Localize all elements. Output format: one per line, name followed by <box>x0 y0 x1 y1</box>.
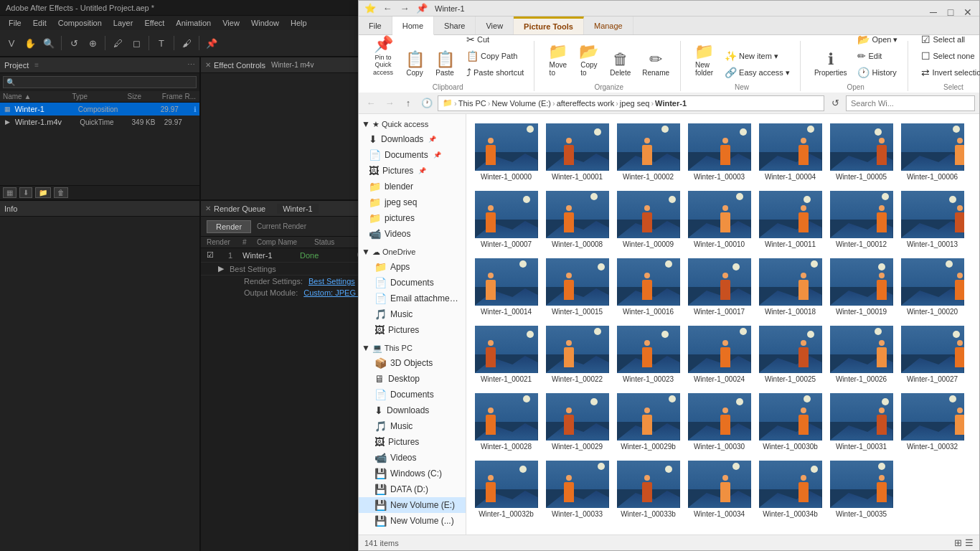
fe-search-input[interactable] <box>846 95 975 111</box>
tool-anchor[interactable]: ⊕ <box>84 34 101 52</box>
tool-text[interactable]: T <box>153 34 170 52</box>
file-thumb-38[interactable]: Winter-1_00034 <box>685 457 753 522</box>
file-thumb-16[interactable]: Winter-1_00016 <box>614 255 682 319</box>
addr-this-pc[interactable]: This PC <box>458 99 486 108</box>
file-thumb-26[interactable]: Winter-1_00026 <box>827 322 895 387</box>
menu-animation[interactable]: Animation <box>170 19 217 27</box>
file-thumb-23[interactable]: Winter-1_00023 <box>614 322 682 387</box>
sidebar-item-pics-pc[interactable]: 🖼 Pictures <box>359 434 466 450</box>
project-import[interactable]: ⬇ <box>19 187 32 198</box>
menu-help[interactable]: Help <box>285 19 313 27</box>
menu-layer[interactable]: Layer <box>108 19 139 27</box>
sidebar-item-music-od[interactable]: 🎵 Music <box>359 306 466 322</box>
sidebar-item-3d[interactable]: 📦 3D Objects <box>359 355 466 371</box>
sidebar-quickaccess-expand[interactable]: ▼ ★ Quick access <box>359 117 466 131</box>
sidebar-item-pictures2[interactable]: 📁 pictures <box>359 210 466 226</box>
btn-pin-to-quick[interactable]: 📌 Pin to Quickaccess <box>367 32 399 80</box>
address-bar[interactable]: 📁 › This PC › New Volume (E:) › aftereff… <box>438 95 824 111</box>
rq-comp-tab[interactable]: Winter-1 <box>277 204 319 214</box>
sidebar-item-downloads-pc[interactable]: ⬇ Downloads <box>359 402 466 418</box>
view-icons-btn[interactable]: ⊞ <box>954 537 962 548</box>
btn-move-to[interactable]: 📁 Moveto <box>543 39 573 80</box>
menu-composition[interactable]: Composition <box>52 19 108 27</box>
btn-paste[interactable]: 📋 Paste <box>430 47 459 80</box>
project-item-winter1[interactable]: ▦ Winter-1 Composition 29.97 ℹ <box>0 103 199 116</box>
file-thumb-3[interactable]: Winter-1_00003 <box>685 120 753 184</box>
sidebar-item-e-drive[interactable]: 💾 New Volume (E:) <box>359 497 466 513</box>
sidebar-item-docs-pc[interactable]: 📄 Documents <box>359 387 466 402</box>
file-thumb-15[interactable]: Winter-1_00015 <box>543 255 611 319</box>
file-thumb-39[interactable]: Winter-1_00034b <box>756 457 824 522</box>
qa-back-btn[interactable]: ← <box>380 1 395 16</box>
btn-copy-to[interactable]: 📂 Copyto <box>574 39 603 80</box>
file-thumb-13[interactable]: Winter-1_00013 <box>898 187 966 252</box>
btn-copy-path[interactable]: 📋 Copy Path <box>462 48 528 64</box>
sidebar-item-downloads-qa[interactable]: ⬇ Downloads 📌 <box>359 131 466 147</box>
sidebar-item-videos-qa[interactable]: 📹 Videos <box>359 226 466 242</box>
menu-window[interactable]: Window <box>245 19 285 27</box>
btn-cut[interactable]: ✂ Cut <box>462 32 528 47</box>
menu-file[interactable]: File <box>3 19 27 27</box>
file-thumb-14[interactable]: Winter-1_00014 <box>472 255 540 319</box>
file-thumb-24[interactable]: Winter-1_00024 <box>685 322 753 387</box>
file-thumb-36[interactable]: Winter-1_00033 <box>543 457 611 522</box>
nav-back-btn[interactable]: ← <box>363 95 379 111</box>
menu-view[interactable]: View <box>217 19 245 27</box>
sidebar-onedrive-expand[interactable]: ▼ ☁ OneDrive <box>359 245 466 259</box>
btn-paste-shortcut[interactable]: ⤴ Paste shortcut <box>462 65 528 80</box>
file-thumb-33[interactable]: Winter-1_00031 <box>827 390 895 454</box>
render-settings-label[interactable]: Best Settings <box>230 265 276 273</box>
tool-zoom[interactable]: 🔍 <box>40 34 57 52</box>
render-all-btn[interactable]: Render <box>207 220 251 233</box>
tool-select[interactable]: V <box>3 34 20 52</box>
file-thumb-17[interactable]: Winter-1_00017 <box>685 255 753 319</box>
btn-new-item[interactable]: ✨ New item ▾ <box>720 48 794 64</box>
sidebar-item-apps[interactable]: 📁 Apps <box>359 259 466 275</box>
btn-edit[interactable]: ✏ Edit <box>853 48 902 64</box>
file-thumb-1[interactable]: Winter-1_00001 <box>543 120 611 184</box>
tab-manage[interactable]: Manage <box>584 17 633 34</box>
tool-pen[interactable]: 🖊 <box>109 34 126 52</box>
qa-forward-btn[interactable]: → <box>397 1 412 16</box>
file-thumb-37[interactable]: Winter-1_00033b <box>614 457 682 522</box>
sidebar-item-email[interactable]: 📄 Email attachments <box>359 291 466 306</box>
menu-edit[interactable]: Edit <box>27 19 52 27</box>
file-thumb-28[interactable]: Winter-1_00028 <box>472 390 540 454</box>
sidebar-item-music-pc[interactable]: 🎵 Music <box>359 418 466 434</box>
sidebar-item-docs-od[interactable]: 📄 Documents <box>359 275 466 291</box>
file-thumb-40[interactable]: Winter-1_00035 <box>827 457 895 522</box>
file-thumb-18[interactable]: Winter-1_00018 <box>756 255 824 319</box>
tool-mask[interactable]: ◻ <box>128 34 145 52</box>
file-thumb-8[interactable]: Winter-1_00008 <box>543 187 611 252</box>
file-thumb-25[interactable]: Winter-1_00025 <box>756 322 824 387</box>
btn-history[interactable]: 🕐 History <box>853 65 902 80</box>
sidebar-item-blender[interactable]: 📁 blender <box>359 179 466 194</box>
close-btn[interactable]: ✕ <box>959 4 976 21</box>
nav-recent-btn[interactable]: 🕐 <box>419 95 435 111</box>
nav-up-btn[interactable]: ↑ <box>400 95 416 111</box>
addr-ae-work[interactable]: aftereffects work <box>557 99 615 108</box>
refresh-btn[interactable]: ↺ <box>827 95 843 111</box>
file-thumb-11[interactable]: Winter-1_00011 <box>756 187 824 252</box>
file-thumb-20[interactable]: Winter-1_00020 <box>898 255 966 319</box>
btn-properties[interactable]: ℹ Properties <box>809 47 852 80</box>
btn-invert-selection[interactable]: ⇄ Invert selection <box>917 65 980 80</box>
menu-effect[interactable]: Effect <box>138 19 170 27</box>
addr-jpeg-seq[interactable]: jpeg seq <box>620 99 650 108</box>
btn-easy-access[interactable]: 🔗 Easy access ▾ <box>720 65 794 80</box>
addr-volume[interactable]: New Volume (E:) <box>491 99 551 108</box>
btn-select-all[interactable]: ☑ Select all <box>917 32 980 47</box>
btn-open[interactable]: 📂 Open ▾ <box>853 32 902 47</box>
btn-new-folder[interactable]: 📁 Newfolder <box>689 39 719 80</box>
file-thumb-21[interactable]: Winter-1_00021 <box>472 322 540 387</box>
file-thumb-31[interactable]: Winter-1_00030 <box>685 390 753 454</box>
file-thumb-9[interactable]: Winter-1_00009 <box>614 187 682 252</box>
file-thumb-7[interactable]: Winter-1_00007 <box>472 187 540 252</box>
sidebar-item-documents-qa[interactable]: 📄 Documents 📌 <box>359 147 466 163</box>
addr-winter1[interactable]: Winter-1 <box>655 99 687 108</box>
tool-rotate[interactable]: ↺ <box>65 34 83 52</box>
maximize-btn[interactable]: □ <box>942 4 959 21</box>
minimize-btn[interactable]: ─ <box>925 4 942 21</box>
sidebar-item-pictures-qa[interactable]: 🖼 Pictures 📌 <box>359 163 466 179</box>
sidebar-item-jpeg-seq[interactable]: 📁 jpeg seq <box>359 194 466 210</box>
